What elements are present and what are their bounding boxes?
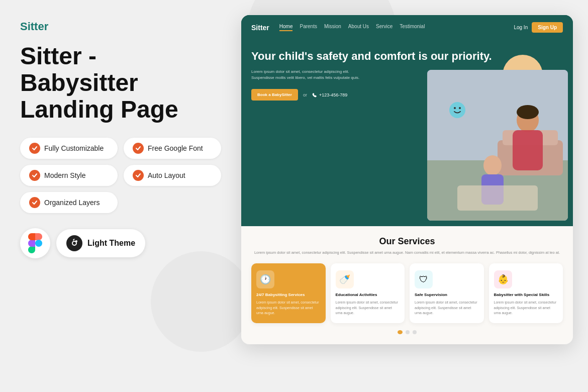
nav-link-service[interactable]: Service [376, 24, 393, 31]
nav-link-parents[interactable]: Parents [300, 24, 317, 31]
figma-badge[interactable] [20, 228, 50, 258]
services-title: Our Services [251, 236, 563, 247]
phone-text: +123-456-789 [312, 92, 347, 97]
nav-link-home[interactable]: Home [279, 24, 293, 31]
service-card-247[interactable]: 🕐 24/7 Babysitting Services Lorem ipsum … [251, 263, 326, 323]
check-icon-2 [133, 143, 144, 154]
nav-link-testimonial[interactable]: Testimonial [400, 24, 425, 31]
check-icon-1 [29, 143, 40, 154]
book-babysitter-button[interactable]: Book a BabySitter [251, 89, 298, 101]
service-text-special: Lorem ipsum dolor sit amet, consectetur … [494, 300, 558, 316]
nav-actions: Log In Sign Up [514, 22, 563, 33]
hero-description: Lorem ipsum dolor sit amet, consectetur … [251, 69, 362, 81]
left-panel: Sitter Sitter - Babysitter Landing Page … [20, 20, 221, 258]
preview-navbar: Sitter Home Parents Mission About Us Ser… [241, 15, 573, 40]
main-title: Sitter - Babysitter Landing Page [20, 43, 221, 123]
service-card-educational[interactable]: 🍼 Educational Activities Lorem ipsum dol… [331, 263, 405, 323]
service-card-supervision[interactable]: 🛡 Safe Supervision Lorem ipsum dolor sit… [410, 263, 484, 323]
check-icon-5 [29, 197, 40, 208]
feature-organized-layers: Organized Layers [20, 192, 118, 213]
hero-text: Your child's safety and comfort is our p… [251, 45, 563, 201]
hero-title: Your child's safety and comfort is our p… [251, 50, 563, 63]
service-icon-educational: 🍼 [336, 270, 354, 288]
service-icon-247: 🕐 [256, 270, 274, 288]
hero-content: Your child's safety and comfort is our p… [241, 40, 573, 211]
nav-link-mission[interactable]: Mission [324, 24, 341, 31]
svg-point-1 [73, 242, 76, 245]
check-icon-3 [29, 170, 40, 181]
theme-badge: Light Theme [56, 229, 145, 257]
nav-link-about[interactable]: About Us [348, 24, 369, 31]
website-preview: Sitter Home Parents Mission About Us Ser… [241, 15, 573, 344]
hero-cta: Book a BabySitter or +123-456-789 [251, 89, 563, 101]
dot-1[interactable] [398, 330, 403, 334]
nav-links: Home Parents Mission About Us Service Te… [279, 24, 514, 31]
bg-decoration-circle-2 [151, 251, 251, 352]
service-text-educational: Lorem ipsum dolor sit amet, consectetur … [336, 300, 400, 316]
nav-brand: Sitter [251, 24, 269, 32]
feature-fully-customizable: Fully Customizable [20, 138, 118, 159]
nav-signup-button[interactable]: Sign Up [532, 22, 563, 33]
bottom-badges: Light Theme [20, 228, 221, 258]
preview-services: Our Services Lorem ipsum dolor sit amet,… [241, 226, 573, 344]
feature-free-google-font: Free Google Font [124, 138, 221, 159]
service-name-educational: Educational Activities [336, 292, 400, 297]
preview-hero: Sitter Home Parents Mission About Us Ser… [241, 15, 573, 226]
dot-3[interactable] [413, 330, 417, 334]
dot-2[interactable] [406, 330, 410, 334]
pagination-dots [251, 330, 563, 334]
feature-auto-layout: Auto Layout [124, 165, 221, 186]
service-text-247: Lorem ipsum dolor sit amet, consectetur … [256, 300, 321, 316]
nav-login[interactable]: Log In [514, 25, 528, 30]
service-name-supervision: Safe Supervision [415, 292, 479, 297]
theme-icon [66, 235, 82, 251]
service-icon-special: 👶 [494, 270, 512, 288]
services-description: Lorem ipsum dolor sit amet, consectetur … [251, 250, 563, 255]
brand-name: Sitter [20, 20, 221, 33]
features-grid: Fully Customizable Free Google Font Mode… [20, 138, 221, 213]
services-cards: 🕐 24/7 Babysitting Services Lorem ipsum … [251, 263, 563, 323]
service-name-247: 24/7 Babysitting Services [256, 292, 321, 297]
svg-point-2 [75, 240, 77, 242]
service-card-special[interactable]: 👶 Babysitter with Special Skills Lorem i… [489, 263, 563, 323]
service-icon-supervision: 🛡 [415, 270, 433, 288]
check-icon-4 [133, 170, 144, 181]
feature-modern-style: Modern Style [20, 165, 118, 186]
or-text: or [303, 92, 307, 97]
service-text-supervision: Lorem ipsum dolor sit amet, consectetur … [415, 300, 479, 316]
service-name-special: Babysitter with Special Skills [494, 292, 558, 297]
